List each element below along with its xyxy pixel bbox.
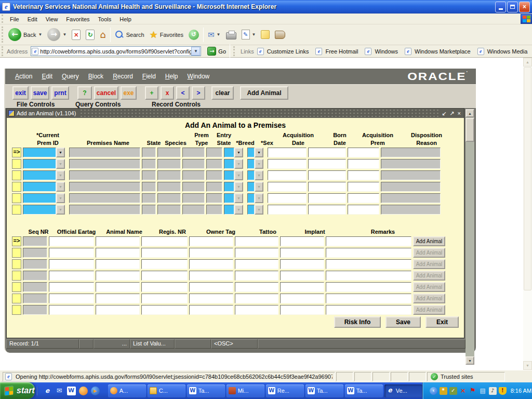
implant-field[interactable] — [280, 236, 324, 246]
prem-id-dropdown-button[interactable]: ▼ — [56, 170, 65, 180]
record-indicator[interactable] — [12, 182, 21, 192]
record-indicator[interactable] — [12, 271, 21, 281]
applet-scrollbar[interactable]: ▲ ▼ — [466, 109, 474, 365]
premises-name-field[interactable] — [69, 148, 140, 157]
home-button[interactable]: ⌂ — [97, 29, 108, 41]
breed-dropdown-button[interactable]: ▼ — [234, 170, 243, 180]
back-dropdown-icon[interactable]: ▼ — [38, 32, 42, 37]
reason-field[interactable] — [381, 170, 441, 180]
reason-field[interactable] — [381, 159, 441, 169]
row-add-animal-button[interactable]: Add Animal — [413, 248, 445, 258]
owner-tag-field[interactable] — [189, 305, 233, 315]
reason-field[interactable] — [381, 205, 441, 215]
implant-field[interactable] — [280, 259, 324, 269]
state-field[interactable] — [206, 193, 222, 203]
prem-id-dropdown-button[interactable]: ▼ — [56, 182, 65, 192]
sex-dropdown-button[interactable]: ▼ — [255, 193, 263, 203]
animal-name-field[interactable] — [96, 236, 140, 246]
implant-field[interactable] — [280, 248, 324, 258]
oracle-toolbar-blank-button[interactable]: ? — [77, 86, 92, 100]
mail-button[interactable]: ✉ ▼ — [205, 29, 223, 41]
type-field[interactable] — [182, 159, 205, 169]
row-add-animal-button[interactable]: Add Animal — [413, 259, 445, 269]
sex-field[interactable] — [247, 148, 255, 157]
record-indicator[interactable] — [12, 259, 21, 269]
prem-id-field[interactable] — [23, 205, 56, 215]
breed-field[interactable] — [224, 170, 234, 180]
regis-nr-field[interactable] — [141, 236, 188, 246]
scrollbar-thumb[interactable] — [524, 67, 531, 290]
tattoo-field[interactable] — [235, 305, 278, 315]
oracle-toolbar-exe-button[interactable]: exe — [121, 86, 137, 100]
date-field[interactable] — [308, 193, 346, 203]
refresh-button[interactable]: ↻ — [83, 29, 97, 41]
oracle-toolbar-exit-button[interactable]: exit — [12, 86, 29, 100]
minimize-button[interactable] — [495, 2, 506, 12]
premises-name-field[interactable] — [69, 193, 140, 203]
hide-icons-chevron[interactable]: ‹ — [430, 387, 437, 395]
oracle-toolbar-blank-button[interactable]: + — [145, 86, 158, 100]
state-field[interactable] — [142, 193, 156, 203]
close-button[interactable]: × — [519, 2, 530, 12]
scroll-up-icon[interactable]: ▲ — [523, 58, 532, 66]
oracle-menu-block[interactable]: Block — [84, 73, 108, 80]
date-field[interactable] — [308, 182, 346, 192]
record-indicator[interactable] — [12, 248, 21, 258]
mdi-close-icon[interactable]: × — [458, 111, 461, 116]
owner-tag-field[interactable] — [189, 271, 233, 281]
ie-menu-tools[interactable]: Tools — [94, 15, 116, 23]
history-button[interactable]: ↺ — [186, 29, 202, 41]
tattoo-field[interactable] — [235, 259, 278, 269]
reason-field[interactable] — [381, 193, 441, 203]
oracle-menu-edit[interactable]: Edit — [37, 73, 57, 80]
address-dropdown-icon[interactable]: ▼ — [191, 47, 200, 56]
implant-field[interactable] — [280, 305, 324, 315]
animal-name-field[interactable] — [96, 294, 140, 303]
scroll-down-icon[interactable]: ▼ — [523, 361, 532, 370]
prem-field[interactable] — [348, 159, 379, 169]
edit-button[interactable]: ✎ ▼ — [239, 29, 259, 41]
regis-nr-field[interactable] — [141, 271, 188, 281]
prem-field[interactable] — [348, 182, 379, 192]
date-field[interactable] — [268, 182, 307, 192]
ie-menu-favorites[interactable]: Favorites — [62, 15, 94, 23]
remarks-field[interactable] — [326, 248, 411, 258]
owner-tag-field[interactable] — [189, 236, 233, 246]
official-eartag-field[interactable] — [49, 248, 94, 258]
animal-name-field[interactable] — [96, 271, 140, 281]
sex-dropdown-button[interactable]: ▼ — [255, 182, 263, 192]
official-eartag-field[interactable] — [49, 305, 94, 315]
premises-name-field[interactable] — [69, 170, 140, 180]
animal-name-field[interactable] — [96, 259, 140, 269]
sex-field[interactable] — [247, 159, 255, 169]
date-field[interactable] — [268, 159, 307, 169]
state-field[interactable] — [142, 182, 156, 192]
sex-field[interactable] — [247, 193, 255, 203]
taskbar-task-ta[interactable]: WTa... — [345, 384, 383, 397]
add-animal-window-titlebar[interactable]: Add an Animal (v1.104) ↙ ↗ × — [7, 109, 464, 118]
animal-name-field[interactable] — [96, 305, 140, 315]
state-field[interactable] — [142, 170, 156, 180]
seq-nr-field[interactable] — [23, 248, 47, 258]
taskbar-task-ta[interactable]: WTa... — [305, 384, 343, 397]
breed-dropdown-button[interactable]: ▼ — [234, 205, 243, 215]
premises-name-field[interactable] — [69, 205, 140, 215]
remarks-field[interactable] — [326, 271, 411, 281]
prem-id-dropdown-button[interactable]: ▼ — [56, 159, 65, 169]
ie-menu-view[interactable]: View — [42, 15, 62, 23]
seq-nr-field[interactable] — [23, 271, 47, 281]
prem-id-dropdown-button[interactable]: ▼ — [56, 148, 65, 157]
word-icon[interactable]: W — [67, 387, 76, 395]
prem-id-field[interactable] — [23, 182, 56, 192]
breed-field[interactable] — [224, 159, 234, 169]
date-field[interactable] — [268, 205, 307, 215]
species-field[interactable] — [157, 182, 181, 192]
seq-nr-field[interactable] — [23, 282, 47, 292]
remarks-field[interactable] — [326, 282, 411, 292]
breed-field[interactable] — [224, 182, 234, 192]
oracle-toolbar-blank-button[interactable]: > — [192, 86, 205, 100]
scroll-down-icon[interactable]: ▼ — [466, 356, 474, 365]
row-add-animal-button[interactable]: Add Animal — [413, 236, 445, 246]
record-indicator[interactable]: => — [12, 148, 21, 157]
seq-nr-field[interactable] — [23, 294, 47, 303]
